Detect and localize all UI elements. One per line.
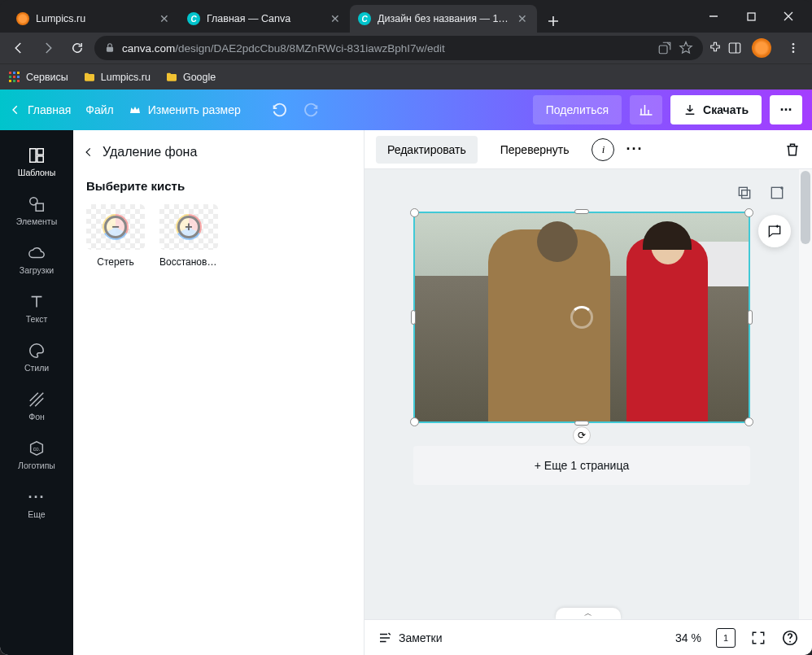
browser-menu-button[interactable] [781,36,805,60]
svg-rect-0 [748,13,755,20]
extensions-icon[interactable] [708,41,723,55]
brush-label: Стереть [97,256,133,268]
svg-rect-18 [37,156,43,162]
stage[interactable]: ⟳ + Еще 1 страница ︿ [365,169,812,619]
home-label: Главная [28,103,71,116]
edit-image-button[interactable]: Редактировать [376,136,478,164]
svg-rect-12 [17,76,20,78]
add-page-label: + Еще 1 страница [535,459,629,472]
page-number[interactable]: 1 [716,628,736,648]
home-link[interactable]: Главная [10,103,71,116]
elements-icon [28,195,46,213]
chevron-left-icon [83,146,94,158]
rail-text[interactable]: Текст [0,285,73,332]
svg-point-26 [789,640,791,642]
close-icon[interactable]: ✕ [516,12,529,25]
selected-image[interactable]: ⟳ [413,212,750,423]
info-button[interactable]: i [592,138,614,161]
maximize-button[interactable] [732,3,770,29]
help-button[interactable] [781,629,799,647]
comment-fab[interactable] [758,215,791,247]
panel-back[interactable]: Удаление фона [83,142,349,163]
resize-handle[interactable] [410,208,419,217]
share-button[interactable]: Поделиться [533,95,622,124]
brush-erase[interactable]: − Стереть [86,204,145,268]
svg-rect-22 [739,187,747,195]
forward-button[interactable] [36,36,60,60]
resize-label: Изменить размер [148,103,241,116]
file-menu[interactable]: Файл [85,103,113,116]
bookmark-lumpics[interactable]: Lumpics.ru [83,71,151,84]
insights-button[interactable] [630,95,662,124]
chart-icon [639,103,653,117]
context-more-button[interactable]: ··· [626,141,643,158]
folder-icon [165,71,178,84]
more-button[interactable]: ··· [770,95,802,124]
tab-canva-design[interactable]: C Дизайн без названия — 1200 ✕ [350,5,537,33]
back-button[interactable] [7,36,31,60]
flip-button[interactable]: Перевернуть [489,136,581,164]
delete-button[interactable] [784,142,801,158]
new-tab-button[interactable] [542,10,565,33]
rail-templates[interactable]: Шаблоны [0,138,73,186]
bookmark-google[interactable]: Google [165,71,216,84]
tab-canva-home[interactable]: C Главная — Canva ✕ [179,5,350,33]
resize-handle[interactable] [411,310,416,325]
side-panel-icon[interactable] [727,41,742,55]
download-button[interactable]: Скачать [670,95,762,124]
redo-button[interactable] [303,101,321,119]
rail-logos[interactable]: co. Логотипы [0,431,73,478]
svg-rect-3 [729,43,740,53]
rail-more[interactable]: ··· Еще [0,480,73,527]
close-icon[interactable]: ✕ [329,12,342,25]
rotate-handle[interactable]: ⟳ [573,426,591,444]
canva-app: Главная Файл Изменить размер Поделиться … [0,90,812,655]
tab-strip: Lumpics.ru ✕ C Главная — Canva ✕ C Дизай… [0,0,695,33]
resize-handle[interactable] [410,417,419,426]
scrollbar[interactable] [799,169,812,619]
tab-title: Lumpics.ru [36,13,151,24]
image-content [415,213,749,421]
plus-icon: + [177,216,200,238]
svg-rect-8 [13,72,15,74]
bookmark-star-icon[interactable] [679,41,693,55]
resize-handle[interactable] [574,421,589,426]
rail-uploads[interactable]: Загрузки [0,236,73,283]
fullscreen-button[interactable] [750,630,766,646]
url-host: canva.com/design/DAE2pdcCbu8/8MZnRWci-83… [122,42,445,55]
templates-icon [28,146,46,164]
brush-restore[interactable]: + Восстанови... [159,204,218,268]
undo-button[interactable] [270,101,288,119]
svg-rect-23 [742,190,750,199]
brush-options: − Стереть + Восстанови... [83,204,349,268]
profile-avatar[interactable] [752,38,771,58]
browser-titlebar: Lumpics.ru ✕ C Главная — Canva ✕ C Дизай… [0,0,812,33]
resize-handle[interactable] [744,417,753,426]
resize-handle[interactable] [574,209,589,214]
rail-elements[interactable]: Элементы [0,187,73,234]
close-window-button[interactable] [770,3,807,29]
duplicate-page-button[interactable] [732,181,757,205]
rail-styles[interactable]: Стили [0,334,73,381]
page-strip-pull[interactable]: ︿ [556,608,621,619]
resize-handle[interactable] [744,208,753,217]
zoom-level[interactable]: 34 % [675,631,701,644]
scrollbar-thumb[interactable] [801,171,810,244]
minimize-button[interactable] [695,3,732,29]
omnibox[interactable]: canva.com/design/DAE2pdcCbu8/8MZnRWci-83… [94,36,703,60]
bookmark-services[interactable]: Сервисы [8,71,68,84]
svg-rect-7 [9,72,11,74]
resize-handle[interactable] [748,310,753,325]
resize-button[interactable]: Изменить размер [129,103,241,116]
close-icon[interactable]: ✕ [158,12,171,25]
reload-button[interactable] [65,36,89,60]
add-page-button[interactable] [765,181,789,205]
cloud-icon [28,244,46,262]
rail-background[interactable]: Фон [0,382,73,430]
context-toolbar: Редактировать Перевернуть i ··· [365,130,812,169]
address-bar: canva.com/design/DAE2pdcCbu8/8MZnRWci-83… [0,33,812,63]
share-url-icon[interactable] [657,41,672,55]
add-page-bar[interactable]: + Еще 1 страница [413,446,750,485]
tab-lumpics[interactable]: Lumpics.ru ✕ [8,5,179,33]
notes-button[interactable]: Заметки [378,631,443,645]
